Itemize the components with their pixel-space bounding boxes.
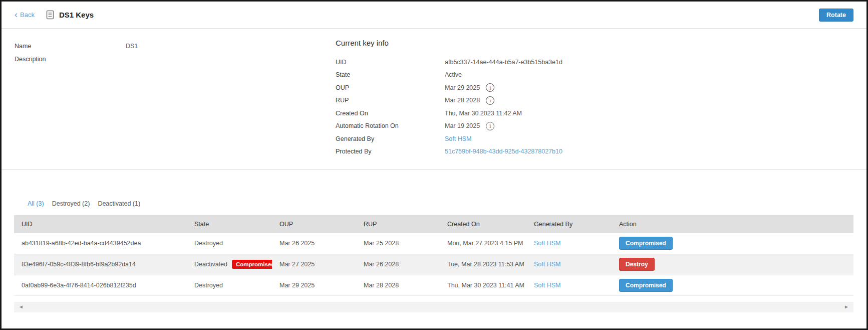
tab-destroyed[interactable]: Destroyed (2) <box>52 200 90 207</box>
tab-deactivated[interactable]: Deactivated (1) <box>98 200 140 207</box>
table-header-row: UID State OUP RUP Created On Generated B… <box>14 215 853 233</box>
info-icon[interactable]: i <box>486 122 494 130</box>
column-header-uid: UID <box>14 215 187 233</box>
current-key-info: Current key info UID afb5c337-14ae-444a-… <box>336 39 562 158</box>
compromised-button[interactable]: Compromised <box>619 237 673 250</box>
key-rup: Mar 25 2028 <box>356 233 440 254</box>
oup-field: OUP Mar 29 2025 i <box>336 81 562 94</box>
generated-by-link[interactable]: Soft HSM <box>445 135 472 142</box>
column-header-oup: OUP <box>272 215 356 233</box>
key-list-tabs: All (3) Destroyed (2) Deactivated (1) <box>2 200 866 207</box>
key-state: Destroyed <box>194 282 223 289</box>
key-oup: Mar 29 2025 <box>272 275 356 295</box>
document-icon <box>46 10 54 20</box>
generated-by-field: Generated By Soft HSM <box>336 132 562 145</box>
name-label: Name <box>15 42 126 51</box>
name-field: Name DS1 <box>15 42 336 51</box>
key-uid: 0af0ab99-6e3a-4f76-8414-026b812f235d <box>14 275 187 295</box>
automatic-rotation-value: Mar 19 2025 <box>445 122 480 129</box>
key-summary: Name DS1 Description <box>15 39 336 68</box>
protected-by-field: Protected By 51c759bf-948b-43dd-925d-432… <box>336 145 562 158</box>
key-created-on: Thu, Mar 30 2023 11:41 AM <box>440 275 526 295</box>
key-created-on: Mon, Mar 27 2023 4:15 PM <box>440 233 526 254</box>
state-value: Active <box>445 71 462 78</box>
description-field: Description <box>15 55 336 64</box>
column-header-generated-by: Generated By <box>526 215 612 233</box>
table-row: 0af0ab99-6e3a-4f76-8414-026b812f235d Des… <box>14 275 853 295</box>
name-value: DS1 <box>126 42 138 51</box>
table-row: ab431819-a68b-42ed-ba4a-cd4439452dea Des… <box>14 233 853 254</box>
column-header-rup: RUP <box>356 215 440 233</box>
key-uid: 83e496f7-059c-4839-8fb6-bf9a2b92da14 <box>14 254 187 275</box>
tab-all[interactable]: All (3) <box>28 200 44 207</box>
uid-value: afb5c337-14ae-444a-b5a7-e3b515ba3e1d <box>445 59 562 66</box>
key-oup: Mar 26 2025 <box>272 233 356 254</box>
details-section: Name DS1 Description Current key info UI… <box>2 29 866 170</box>
description-label: Description <box>15 55 126 64</box>
automatic-rotation-field: Automatic Rotation On Mar 19 2025 i <box>336 120 562 133</box>
key-rup: Mar 28 2028 <box>356 275 440 295</box>
page-title: DS1 Keys <box>59 11 94 19</box>
current-key-info-title: Current key info <box>336 39 562 47</box>
key-state: Destroyed <box>194 240 223 247</box>
key-state: Deactivated <box>194 261 227 268</box>
key-created-on: Tue, Mar 28 2023 11:53 AM <box>440 254 526 275</box>
compromised-button[interactable]: Compromised <box>619 279 673 292</box>
scroll-right-icon[interactable]: ► <box>844 304 849 309</box>
uid-field: UID afb5c337-14ae-444a-b5a7-e3b515ba3e1d <box>336 56 562 69</box>
horizontal-scrollbar[interactable]: ◄ ► <box>14 302 853 312</box>
created-on-value: Thu, Mar 30 2023 11:42 AM <box>445 110 522 117</box>
column-header-action: Action <box>612 215 853 233</box>
top-bar: ‹ Back DS1 Keys Rotate <box>2 2 866 29</box>
info-icon[interactable]: i <box>486 96 494 105</box>
chevron-left-icon: ‹ <box>15 10 18 19</box>
generated-by-link[interactable]: Soft HSM <box>534 261 561 268</box>
oup-value: Mar 29 2025 <box>445 84 480 91</box>
column-header-created-on: Created On <box>440 215 526 233</box>
state-field: State Active <box>336 69 562 82</box>
keys-table: UID State OUP RUP Created On Generated B… <box>14 215 853 296</box>
key-details-page: { "header": { "back_label": "Back", "tit… <box>0 0 868 330</box>
key-rup: Mar 26 2028 <box>356 254 440 275</box>
generated-by-link[interactable]: Soft HSM <box>534 282 561 289</box>
back-label: Back <box>20 11 35 19</box>
keys-table-container: UID State OUP RUP Created On Generated B… <box>14 215 853 296</box>
created-on-field: Created On Thu, Mar 30 2023 11:42 AM <box>336 107 562 120</box>
rup-field: RUP Mar 28 2028 i <box>336 94 562 107</box>
table-row: 83e496f7-059c-4839-8fb6-bf9a2b92da14 Dea… <box>14 254 853 275</box>
rup-value: Mar 28 2028 <box>445 97 480 104</box>
column-header-state: State <box>187 215 272 233</box>
key-oup: Mar 27 2025 <box>272 254 356 275</box>
back-button[interactable]: ‹ Back <box>15 11 35 20</box>
key-uid: ab431819-a68b-42ed-ba4a-cd4439452dea <box>14 233 187 254</box>
scroll-left-icon[interactable]: ◄ <box>19 304 24 309</box>
info-icon[interactable]: i <box>486 83 494 92</box>
rotate-button[interactable]: Rotate <box>819 9 853 22</box>
destroy-button[interactable]: Destroy <box>619 258 655 271</box>
generated-by-link[interactable]: Soft HSM <box>534 240 561 247</box>
compromised-badge: Compromised <box>232 260 272 269</box>
protected-by-link[interactable]: 51c759bf-948b-43dd-925d-432878027b10 <box>445 148 562 155</box>
